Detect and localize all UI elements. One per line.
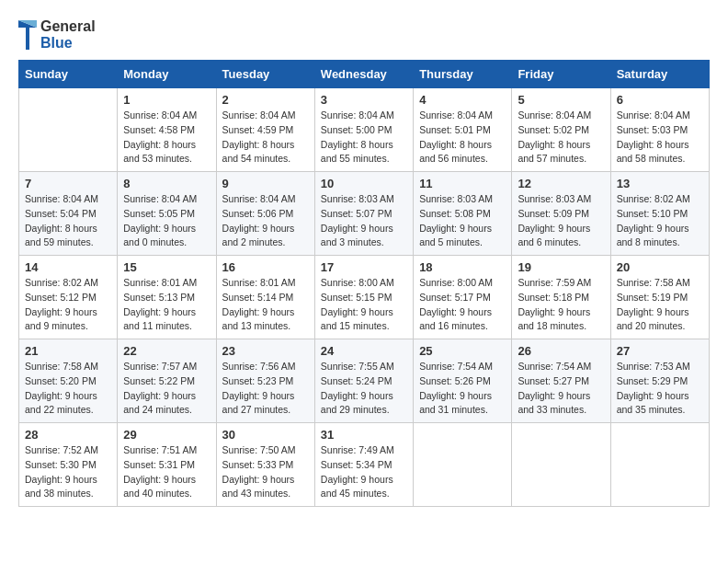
calendar-cell: 26Sunrise: 7:54 AMSunset: 5:27 PMDayligh… (512, 339, 610, 423)
day-number: 9 (222, 177, 309, 190)
day-number: 12 (518, 177, 604, 190)
day-number: 21 (25, 344, 111, 358)
day-number: 14 (25, 260, 111, 274)
day-info: Sunrise: 8:04 AMSunset: 5:05 PMDaylight:… (123, 192, 210, 250)
weekday-header-monday: Monday (118, 61, 216, 88)
day-number: 1 (123, 93, 210, 107)
calendar-week-row: 28Sunrise: 7:52 AMSunset: 5:30 PMDayligh… (19, 423, 710, 507)
day-info: Sunrise: 8:03 AMSunset: 5:07 PMDaylight:… (321, 192, 407, 250)
calendar-cell: 27Sunrise: 7:53 AMSunset: 5:29 PMDayligh… (610, 339, 709, 423)
day-info: Sunrise: 7:57 AMSunset: 5:22 PMDaylight:… (123, 360, 210, 418)
calendar-cell (414, 423, 512, 507)
calendar-cell: 4Sunrise: 8:04 AMSunset: 5:01 PMDaylight… (414, 88, 512, 172)
calendar-cell: 5Sunrise: 8:04 AMSunset: 5:02 PMDaylight… (512, 88, 610, 172)
day-info: Sunrise: 8:04 AMSunset: 5:03 PMDaylight:… (617, 109, 703, 167)
calendar-cell: 31Sunrise: 7:49 AMSunset: 5:34 PMDayligh… (314, 423, 413, 507)
logo: General Blue (18, 18, 96, 51)
calendar-week-row: 7Sunrise: 8:04 AMSunset: 5:04 PMDaylight… (19, 172, 710, 256)
day-info: Sunrise: 7:49 AMSunset: 5:34 PMDaylight:… (321, 443, 407, 501)
day-info: Sunrise: 7:56 AMSunset: 5:23 PMDaylight:… (222, 360, 309, 418)
calendar-cell: 24Sunrise: 7:55 AMSunset: 5:24 PMDayligh… (314, 339, 413, 423)
day-info: Sunrise: 8:04 AMSunset: 5:00 PMDaylight:… (321, 109, 407, 167)
calendar-week-row: 21Sunrise: 7:58 AMSunset: 5:20 PMDayligh… (19, 339, 710, 423)
day-number: 15 (123, 260, 210, 274)
day-number: 27 (617, 344, 703, 358)
calendar-cell: 23Sunrise: 7:56 AMSunset: 5:23 PMDayligh… (216, 339, 314, 423)
calendar-cell: 20Sunrise: 7:58 AMSunset: 5:19 PMDayligh… (610, 256, 709, 339)
day-number: 10 (321, 177, 407, 190)
day-info: Sunrise: 8:02 AMSunset: 5:10 PMDaylight:… (617, 192, 703, 250)
day-number: 5 (518, 93, 604, 107)
day-info: Sunrise: 7:53 AMSunset: 5:29 PMDaylight:… (617, 360, 703, 418)
calendar-cell: 1Sunrise: 8:04 AMSunset: 4:58 PMDaylight… (118, 88, 216, 172)
weekday-header-wednesday: Wednesday (314, 61, 413, 88)
calendar-cell: 15Sunrise: 8:01 AMSunset: 5:13 PMDayligh… (118, 256, 216, 339)
calendar-cell: 14Sunrise: 8:02 AMSunset: 5:12 PMDayligh… (19, 256, 118, 339)
day-info: Sunrise: 8:04 AMSunset: 5:02 PMDaylight:… (518, 109, 604, 167)
calendar-table: SundayMondayTuesdayWednesdayThursdayFrid… (18, 60, 710, 507)
day-info: Sunrise: 8:02 AMSunset: 5:12 PMDaylight:… (25, 276, 111, 334)
day-number: 18 (419, 260, 506, 274)
day-number: 19 (518, 260, 604, 274)
calendar-cell: 13Sunrise: 8:02 AMSunset: 5:10 PMDayligh… (610, 172, 709, 256)
calendar-cell: 28Sunrise: 7:52 AMSunset: 5:30 PMDayligh… (19, 423, 118, 507)
day-info: Sunrise: 8:04 AMSunset: 5:06 PMDaylight:… (222, 192, 309, 250)
day-number: 30 (222, 428, 309, 442)
day-number: 25 (419, 344, 506, 358)
day-number: 29 (123, 428, 210, 442)
day-info: Sunrise: 8:04 AMSunset: 4:59 PMDaylight:… (222, 109, 309, 167)
calendar-cell: 11Sunrise: 8:03 AMSunset: 5:08 PMDayligh… (414, 172, 512, 256)
day-info: Sunrise: 7:50 AMSunset: 5:33 PMDaylight:… (222, 443, 309, 501)
calendar-cell: 10Sunrise: 8:03 AMSunset: 5:07 PMDayligh… (314, 172, 413, 256)
day-number: 23 (222, 344, 309, 358)
calendar-header-row: SundayMondayTuesdayWednesdayThursdayFrid… (19, 61, 710, 88)
calendar-week-row: 14Sunrise: 8:02 AMSunset: 5:12 PMDayligh… (19, 256, 710, 339)
day-number: 31 (321, 428, 407, 442)
weekday-header-tuesday: Tuesday (216, 61, 314, 88)
day-number: 11 (419, 177, 506, 190)
day-number: 28 (25, 428, 111, 442)
calendar-cell: 12Sunrise: 8:03 AMSunset: 5:09 PMDayligh… (512, 172, 610, 256)
day-info: Sunrise: 7:59 AMSunset: 5:18 PMDaylight:… (518, 276, 604, 334)
page-header: General Blue (18, 18, 710, 51)
calendar-cell: 21Sunrise: 7:58 AMSunset: 5:20 PMDayligh… (19, 339, 118, 423)
day-number: 13 (617, 177, 703, 190)
weekday-header-thursday: Thursday (414, 61, 512, 88)
day-number: 26 (518, 344, 604, 358)
calendar-cell (19, 88, 118, 172)
weekday-header-sunday: Sunday (19, 61, 118, 88)
calendar-cell: 25Sunrise: 7:54 AMSunset: 5:26 PMDayligh… (414, 339, 512, 423)
day-info: Sunrise: 7:51 AMSunset: 5:31 PMDaylight:… (123, 443, 210, 501)
calendar-cell (512, 423, 610, 507)
day-info: Sunrise: 7:54 AMSunset: 5:26 PMDaylight:… (419, 360, 506, 418)
day-number: 17 (321, 260, 407, 274)
day-number: 20 (617, 260, 703, 274)
day-info: Sunrise: 7:52 AMSunset: 5:30 PMDaylight:… (25, 443, 111, 501)
logo-arrow-icon (18, 20, 37, 50)
day-number: 16 (222, 260, 309, 274)
calendar-cell: 22Sunrise: 7:57 AMSunset: 5:22 PMDayligh… (118, 339, 216, 423)
calendar-cell: 29Sunrise: 7:51 AMSunset: 5:31 PMDayligh… (118, 423, 216, 507)
day-number: 6 (617, 93, 703, 107)
day-info: Sunrise: 8:01 AMSunset: 5:14 PMDaylight:… (222, 276, 309, 334)
day-info: Sunrise: 8:00 AMSunset: 5:15 PMDaylight:… (321, 276, 407, 334)
day-info: Sunrise: 7:55 AMSunset: 5:24 PMDaylight:… (321, 360, 407, 418)
day-number: 7 (25, 177, 111, 190)
day-info: Sunrise: 8:04 AMSunset: 5:01 PMDaylight:… (419, 109, 506, 167)
logo-text-block: General Blue (18, 18, 96, 51)
day-number: 3 (321, 93, 407, 107)
weekday-header-saturday: Saturday (610, 61, 709, 88)
calendar-cell: 7Sunrise: 8:04 AMSunset: 5:04 PMDaylight… (19, 172, 118, 256)
calendar-cell: 6Sunrise: 8:04 AMSunset: 5:03 PMDaylight… (610, 88, 709, 172)
day-info: Sunrise: 8:01 AMSunset: 5:13 PMDaylight:… (123, 276, 210, 334)
calendar-cell (610, 423, 709, 507)
calendar-cell: 17Sunrise: 8:00 AMSunset: 5:15 PMDayligh… (314, 256, 413, 339)
day-number: 22 (123, 344, 210, 358)
weekday-header-friday: Friday (512, 61, 610, 88)
day-number: 4 (419, 93, 506, 107)
calendar-cell: 9Sunrise: 8:04 AMSunset: 5:06 PMDaylight… (216, 172, 314, 256)
day-number: 24 (321, 344, 407, 358)
day-info: Sunrise: 7:58 AMSunset: 5:20 PMDaylight:… (25, 360, 111, 418)
logo-general: General (40, 18, 96, 35)
calendar-cell: 8Sunrise: 8:04 AMSunset: 5:05 PMDaylight… (118, 172, 216, 256)
